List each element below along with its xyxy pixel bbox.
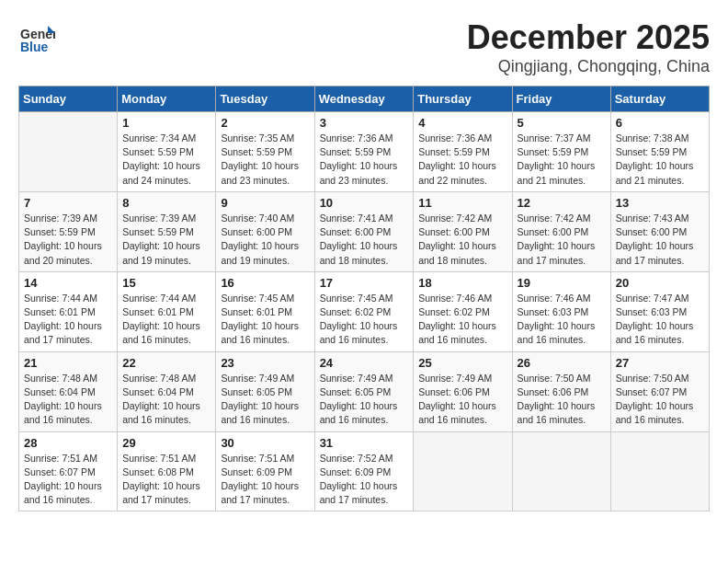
calendar-cell: 20Sunrise: 7:47 AM Sunset: 6:03 PM Dayli…	[610, 271, 709, 351]
calendar-body: 1Sunrise: 7:34 AM Sunset: 5:59 PM Daylig…	[19, 112, 710, 511]
day-number: 19	[518, 276, 606, 290]
day-number: 1	[122, 116, 210, 130]
day-number: 17	[320, 276, 409, 290]
calendar-cell: 30Sunrise: 7:51 AM Sunset: 6:09 PM Dayli…	[216, 431, 314, 511]
day-info: Sunrise: 7:45 AM Sunset: 6:02 PM Dayligh…	[320, 292, 409, 348]
day-number: 29	[122, 436, 210, 450]
day-info: Sunrise: 7:45 AM Sunset: 6:01 PM Dayligh…	[221, 292, 309, 348]
day-number: 16	[221, 276, 309, 290]
day-number: 31	[320, 436, 409, 450]
calendar-cell	[19, 112, 118, 192]
calendar-cell: 18Sunrise: 7:46 AM Sunset: 6:02 PM Dayli…	[414, 271, 512, 351]
calendar-header-row: SundayMondayTuesdayWednesdayThursdayFrid…	[19, 86, 710, 112]
location-title: Qingjiang, Chongqing, China	[467, 57, 710, 76]
day-info: Sunrise: 7:39 AM Sunset: 5:59 PM Dayligh…	[24, 212, 112, 268]
day-info: Sunrise: 7:49 AM Sunset: 6:05 PM Dayligh…	[320, 372, 409, 428]
day-number: 18	[418, 276, 506, 290]
day-header-wednesday: Wednesday	[314, 86, 414, 112]
calendar-cell: 14Sunrise: 7:44 AM Sunset: 6:01 PM Dayli…	[19, 271, 118, 351]
day-info: Sunrise: 7:50 AM Sunset: 6:06 PM Dayligh…	[518, 372, 606, 428]
calendar-cell: 12Sunrise: 7:42 AM Sunset: 6:00 PM Dayli…	[512, 191, 610, 271]
calendar-week-1: 1Sunrise: 7:34 AM Sunset: 5:59 PM Daylig…	[19, 112, 710, 192]
calendar-cell: 26Sunrise: 7:50 AM Sunset: 6:06 PM Dayli…	[512, 351, 610, 431]
day-number: 23	[221, 356, 309, 370]
logo: General Blue	[18, 18, 59, 55]
calendar-cell: 5Sunrise: 7:37 AM Sunset: 5:59 PM Daylig…	[512, 112, 610, 192]
calendar-cell: 4Sunrise: 7:36 AM Sunset: 5:59 PM Daylig…	[414, 112, 512, 192]
day-number: 6	[616, 116, 704, 130]
calendar-cell: 13Sunrise: 7:43 AM Sunset: 6:00 PM Dayli…	[610, 191, 709, 271]
day-info: Sunrise: 7:38 AM Sunset: 5:59 PM Dayligh…	[616, 132, 704, 188]
calendar-week-5: 28Sunrise: 7:51 AM Sunset: 6:07 PM Dayli…	[19, 431, 710, 511]
day-header-thursday: Thursday	[414, 86, 512, 112]
day-number: 3	[320, 116, 409, 130]
day-info: Sunrise: 7:51 AM Sunset: 6:09 PM Dayligh…	[221, 452, 309, 508]
day-header-friday: Friday	[512, 86, 610, 112]
day-info: Sunrise: 7:43 AM Sunset: 6:00 PM Dayligh…	[616, 212, 704, 268]
day-number: 30	[221, 436, 309, 450]
calendar-cell	[512, 431, 610, 511]
month-title: December 2025	[467, 18, 710, 57]
day-info: Sunrise: 7:37 AM Sunset: 5:59 PM Dayligh…	[518, 132, 606, 188]
day-info: Sunrise: 7:35 AM Sunset: 5:59 PM Dayligh…	[221, 132, 309, 188]
day-number: 11	[418, 196, 506, 210]
calendar-cell: 2Sunrise: 7:35 AM Sunset: 5:59 PM Daylig…	[216, 112, 314, 192]
day-number: 22	[122, 356, 210, 370]
day-number: 14	[24, 276, 112, 290]
calendar-cell: 11Sunrise: 7:42 AM Sunset: 6:00 PM Dayli…	[414, 191, 512, 271]
calendar-cell: 8Sunrise: 7:39 AM Sunset: 5:59 PM Daylig…	[118, 191, 216, 271]
logo-icon: General Blue	[18, 18, 55, 55]
title-area: December 2025 Qingjiang, Chongqing, Chin…	[467, 18, 710, 76]
day-info: Sunrise: 7:34 AM Sunset: 5:59 PM Dayligh…	[122, 132, 210, 188]
day-info: Sunrise: 7:47 AM Sunset: 6:03 PM Dayligh…	[616, 292, 704, 348]
day-info: Sunrise: 7:39 AM Sunset: 5:59 PM Dayligh…	[122, 212, 210, 268]
day-number: 21	[24, 356, 112, 370]
day-info: Sunrise: 7:49 AM Sunset: 6:06 PM Dayligh…	[418, 372, 506, 428]
calendar-cell: 15Sunrise: 7:44 AM Sunset: 6:01 PM Dayli…	[118, 271, 216, 351]
day-number: 12	[518, 196, 606, 210]
day-header-monday: Monday	[118, 86, 216, 112]
day-info: Sunrise: 7:49 AM Sunset: 6:05 PM Dayligh…	[221, 372, 309, 428]
day-info: Sunrise: 7:44 AM Sunset: 6:01 PM Dayligh…	[24, 292, 112, 348]
calendar-cell: 1Sunrise: 7:34 AM Sunset: 5:59 PM Daylig…	[118, 112, 216, 192]
calendar-cell	[414, 431, 512, 511]
day-number: 10	[320, 196, 409, 210]
day-number: 2	[221, 116, 309, 130]
calendar-cell: 3Sunrise: 7:36 AM Sunset: 5:59 PM Daylig…	[314, 112, 414, 192]
day-info: Sunrise: 7:50 AM Sunset: 6:07 PM Dayligh…	[616, 372, 704, 428]
day-number: 27	[616, 356, 704, 370]
calendar-cell: 17Sunrise: 7:45 AM Sunset: 6:02 PM Dayli…	[314, 271, 414, 351]
day-header-saturday: Saturday	[610, 86, 709, 112]
day-number: 25	[418, 356, 506, 370]
day-info: Sunrise: 7:41 AM Sunset: 6:00 PM Dayligh…	[320, 212, 409, 268]
calendar-week-4: 21Sunrise: 7:48 AM Sunset: 6:04 PM Dayli…	[19, 351, 710, 431]
day-number: 20	[616, 276, 704, 290]
day-info: Sunrise: 7:46 AM Sunset: 6:03 PM Dayligh…	[518, 292, 606, 348]
day-info: Sunrise: 7:36 AM Sunset: 5:59 PM Dayligh…	[418, 132, 506, 188]
calendar-cell: 21Sunrise: 7:48 AM Sunset: 6:04 PM Dayli…	[19, 351, 118, 431]
calendar-cell: 29Sunrise: 7:51 AM Sunset: 6:08 PM Dayli…	[118, 431, 216, 511]
day-info: Sunrise: 7:42 AM Sunset: 6:00 PM Dayligh…	[418, 212, 506, 268]
day-number: 9	[221, 196, 309, 210]
day-number: 7	[24, 196, 112, 210]
calendar-cell: 28Sunrise: 7:51 AM Sunset: 6:07 PM Dayli…	[19, 431, 118, 511]
calendar-cell: 7Sunrise: 7:39 AM Sunset: 5:59 PM Daylig…	[19, 191, 118, 271]
calendar-cell: 10Sunrise: 7:41 AM Sunset: 6:00 PM Dayli…	[314, 191, 414, 271]
day-number: 15	[122, 276, 210, 290]
day-header-tuesday: Tuesday	[216, 86, 314, 112]
header: General Blue December 2025 Qingjiang, Ch…	[18, 18, 710, 76]
calendar-cell: 19Sunrise: 7:46 AM Sunset: 6:03 PM Dayli…	[512, 271, 610, 351]
day-info: Sunrise: 7:42 AM Sunset: 6:00 PM Dayligh…	[518, 212, 606, 268]
calendar-cell: 22Sunrise: 7:48 AM Sunset: 6:04 PM Dayli…	[118, 351, 216, 431]
day-info: Sunrise: 7:44 AM Sunset: 6:01 PM Dayligh…	[122, 292, 210, 348]
day-info: Sunrise: 7:46 AM Sunset: 6:02 PM Dayligh…	[418, 292, 506, 348]
day-info: Sunrise: 7:51 AM Sunset: 6:08 PM Dayligh…	[122, 452, 210, 508]
calendar-cell: 6Sunrise: 7:38 AM Sunset: 5:59 PM Daylig…	[610, 112, 709, 192]
day-info: Sunrise: 7:48 AM Sunset: 6:04 PM Dayligh…	[122, 372, 210, 428]
day-number: 26	[518, 356, 606, 370]
calendar-cell: 31Sunrise: 7:52 AM Sunset: 6:09 PM Dayli…	[314, 431, 414, 511]
day-number: 4	[418, 116, 506, 130]
day-header-sunday: Sunday	[19, 86, 118, 112]
day-number: 8	[122, 196, 210, 210]
calendar-cell	[610, 431, 709, 511]
